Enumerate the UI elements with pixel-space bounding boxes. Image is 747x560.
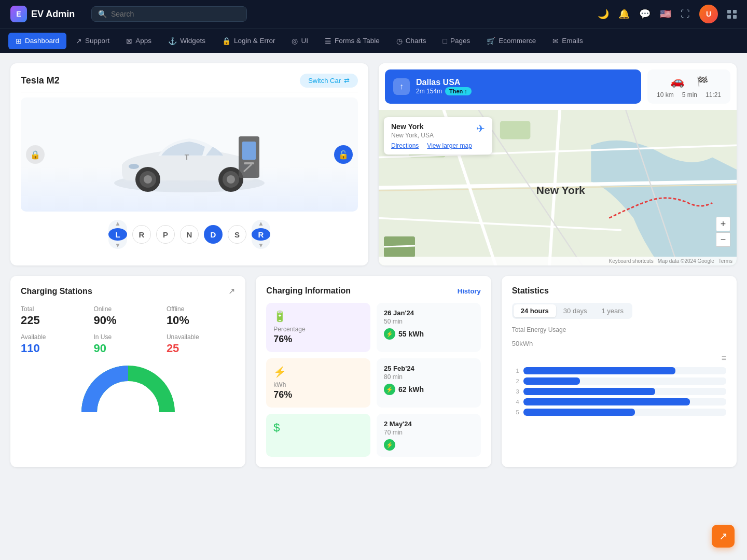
nav-forms-table[interactable]: ☰ Forms & Table bbox=[317, 33, 387, 49]
car-title: Tesla M2 bbox=[21, 75, 60, 86]
entry3-date: 2 May'24 bbox=[384, 420, 474, 428]
stat-in-use-value: 90 bbox=[93, 342, 162, 355]
battery-icon: 🔋 bbox=[273, 310, 363, 323]
tab-30-days[interactable]: 30 days bbox=[556, 304, 594, 317]
map-controls: + − bbox=[716, 217, 730, 247]
map-zoom-out-button[interactable]: − bbox=[716, 232, 730, 247]
dollar-icon: $ bbox=[273, 421, 363, 435]
then-arrow-icon: ↑ bbox=[464, 88, 467, 94]
total-energy-value: 50kWh bbox=[512, 333, 726, 349]
gear-S[interactable]: S bbox=[228, 225, 246, 244]
chat-icon[interactable]: 💬 bbox=[639, 8, 651, 20]
nav-charts[interactable]: ◷ Charts bbox=[389, 33, 434, 49]
charging-kwh-item: ⚡ kWh 76% bbox=[266, 358, 370, 408]
bar-chart-menu-icon[interactable]: ≡ bbox=[512, 354, 726, 363]
tab-1-year[interactable]: 1 years bbox=[594, 304, 631, 317]
total-energy: Total Energy Usage 50kWh bbox=[512, 326, 726, 349]
map-data-credit: Map data ©2024 Google bbox=[658, 258, 714, 264]
stat-available: Available 110 bbox=[21, 333, 89, 355]
apps-nav-icon: ⊠ bbox=[126, 37, 132, 45]
forms-table-nav-icon: ☰ bbox=[325, 37, 331, 45]
support-nav-icon: ↗ bbox=[76, 37, 82, 45]
gear-N[interactable]: N bbox=[180, 225, 199, 244]
lightning-icon: ⚡ bbox=[273, 366, 363, 378]
grid-icon[interactable] bbox=[727, 10, 737, 19]
nav-dashboard[interactable]: ⊞ Dashboard bbox=[8, 33, 66, 49]
svg-rect-11 bbox=[244, 162, 254, 164]
car-route-icon: 🚗 bbox=[670, 75, 684, 88]
car-card-header: Tesla M2 Switch Car ⇄ bbox=[21, 74, 358, 88]
nav-pages[interactable]: □ Pages bbox=[436, 33, 478, 49]
kwh-badge-1: ⚡ bbox=[384, 328, 395, 340]
charging-info-card: Charging Information History 🔋 Percentag… bbox=[256, 276, 491, 467]
nav-ui[interactable]: ◎ UI bbox=[284, 33, 315, 49]
ecommerce-nav-icon: 🛒 bbox=[487, 37, 495, 45]
search-bar[interactable]: 🔍 bbox=[91, 6, 247, 22]
nav-ecommerce[interactable]: 🛒 Ecommerce bbox=[479, 33, 543, 49]
nav-emails[interactable]: ✉ Emails bbox=[545, 33, 590, 49]
statistics-card: Statistics 24 hours 30 days 1 years Tota… bbox=[502, 276, 737, 467]
gear-nav-right[interactable]: ▲ R ▼ bbox=[252, 220, 270, 249]
svg-point-3 bbox=[144, 175, 152, 184]
map-keyboard-shortcuts: Keyboard shortcuts bbox=[608, 258, 653, 264]
search-icon: 🔍 bbox=[98, 10, 107, 18]
lock-left-icon[interactable]: 🔒 bbox=[26, 145, 45, 164]
stations-title: Charging Stations bbox=[21, 287, 92, 296]
stat-online: Online 90% bbox=[93, 305, 162, 327]
moon-icon[interactable]: 🌙 bbox=[598, 8, 609, 20]
lock-right-icon[interactable]: 🔓 bbox=[334, 145, 353, 164]
map-thumbnail bbox=[384, 236, 415, 257]
map-card: ↑ Dallas USA 2m 154m Then ↑ 🚗 bbox=[379, 63, 737, 265]
charts-nav-icon: ◷ bbox=[396, 37, 403, 45]
ui-nav-icon: ◎ bbox=[292, 37, 298, 45]
avatar[interactable]: U bbox=[699, 5, 718, 23]
charging-info-grid: 🔋 Percentage 76% 26 Jan'24 50 min ⚡ 55 k… bbox=[266, 303, 480, 457]
map-zoom-in-button[interactable]: + bbox=[716, 217, 730, 231]
pie-chart bbox=[81, 366, 175, 412]
charging-entry-1: 26 Jan'24 50 min ⚡ 55 kWh bbox=[377, 303, 481, 352]
map-route-info: 🚗 🏁 10 km 5 min 11:21 bbox=[647, 69, 730, 104]
tab-24-hours[interactable]: 24 hours bbox=[514, 304, 556, 317]
stations-link-icon[interactable]: ↗ bbox=[228, 286, 235, 296]
search-input[interactable] bbox=[111, 10, 240, 18]
expand-icon[interactable]: ⛶ bbox=[681, 9, 690, 20]
view-larger-map-link[interactable]: View larger map bbox=[427, 142, 472, 149]
flag-route-icon: 🏁 bbox=[697, 76, 708, 87]
route-distance: 10 km bbox=[657, 91, 674, 99]
emails-nav-icon: ✉ bbox=[552, 37, 559, 45]
gear-nav-left[interactable]: ▲ L ▼ bbox=[108, 220, 127, 249]
route-eta: 11:21 bbox=[706, 91, 721, 99]
entry2-date: 25 Feb'24 bbox=[384, 365, 474, 372]
nav-support[interactable]: ↗ Support bbox=[68, 33, 117, 49]
directions-link[interactable]: Directions bbox=[391, 142, 419, 149]
stat-online-value: 90% bbox=[93, 314, 162, 327]
nav-widgets[interactable]: ⚓ Widgets bbox=[161, 33, 213, 49]
dashboard-nav-icon: ⊞ bbox=[16, 37, 22, 45]
distance-text: 2m 154m bbox=[416, 88, 442, 95]
arrow-up-icon: ▲ bbox=[115, 220, 121, 227]
destination-city: Dallas USA bbox=[416, 78, 633, 87]
stat-in-use: In Use 90 bbox=[93, 333, 162, 355]
map-popup-title: New York bbox=[391, 122, 472, 131]
map-area[interactable]: New York New York New York, USA Directio… bbox=[379, 110, 737, 265]
svg-text:New York: New York bbox=[536, 184, 585, 196]
charging-percentage-item: 🔋 Percentage 76% bbox=[266, 303, 370, 352]
route-time: 5 min bbox=[682, 91, 697, 99]
bell-icon[interactable]: 🔔 bbox=[618, 8, 630, 20]
charging-stations-card: Charging Stations ↗ Total 225 Online 90%… bbox=[10, 276, 245, 467]
svg-rect-16 bbox=[500, 121, 530, 139]
map-nav-icon: ✈ bbox=[476, 122, 485, 135]
stat-offline: Offline 10% bbox=[167, 305, 235, 327]
gear-D-active[interactable]: D bbox=[204, 225, 223, 244]
stat-unavailable-value: 25 bbox=[167, 342, 235, 355]
map-destination: ↑ Dallas USA 2m 154m Then ↑ bbox=[385, 69, 641, 104]
flag-icon[interactable]: 🇺🇸 bbox=[660, 8, 671, 20]
gear-P[interactable]: P bbox=[156, 225, 175, 244]
nav-login-error[interactable]: 🔒 Login & Error bbox=[215, 33, 283, 49]
pages-nav-icon: □ bbox=[443, 37, 447, 45]
nav-apps[interactable]: ⊠ Apps bbox=[119, 33, 159, 49]
map-background: New York New York New York, USA Directio… bbox=[379, 110, 737, 265]
history-link[interactable]: History bbox=[458, 287, 481, 295]
gear-R[interactable]: R bbox=[132, 225, 151, 244]
switch-car-button[interactable]: Switch Car ⇄ bbox=[300, 74, 358, 88]
